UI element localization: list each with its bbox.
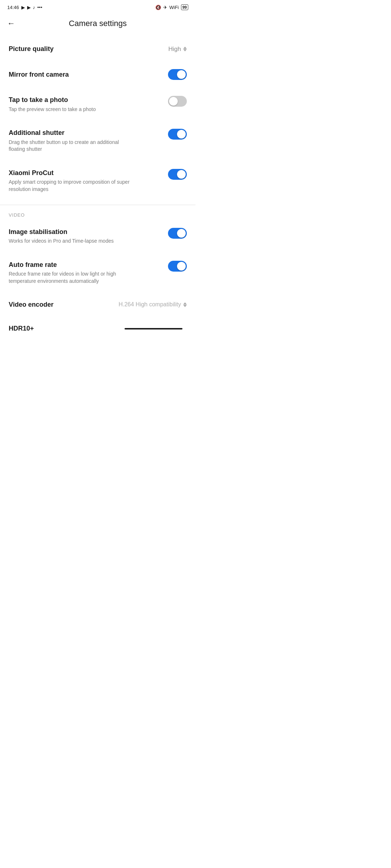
additional-shutter-row: Additional shutter Drag the shutter butt… — [9, 121, 187, 161]
status-left: 14:46 ▶ ▶ ♪ ••• — [7, 5, 42, 10]
tap-to-photo-toggle[interactable] — [168, 96, 187, 107]
play-icon-1: ▶ — [21, 5, 25, 10]
auto-frame-rate-text: Auto frame rate Reduce frame rate for vi… — [9, 261, 164, 285]
hdr-row: HDR10+ — [0, 317, 196, 332]
image-stabilisation-subtitle: Works for videos in Pro and Time-lapse m… — [9, 238, 132, 245]
video-settings-list: Image stabilisation Works for videos in … — [0, 220, 196, 317]
xiaomi-procut-subtitle: Apply smart cropping to improve composit… — [9, 179, 132, 193]
additional-shutter-text: Additional shutter Drag the shutter butt… — [9, 129, 164, 153]
page-title: Camera settings — [21, 19, 175, 28]
music-icon: ♪ — [33, 5, 35, 10]
video-encoder-label: Video encoder — [9, 301, 54, 309]
video-encoder-value: H.264 High compatibility — [118, 301, 181, 309]
image-stabilisation-label: Image stabilisation — [9, 228, 164, 236]
tap-to-photo-row: Tap to take a photo Tap the preview scre… — [9, 88, 187, 121]
xiaomi-procut-row: Xiaomi ProCut Apply smart cropping to im… — [9, 161, 187, 201]
picture-quality-label: Picture quality — [9, 45, 54, 53]
tap-to-photo-label: Tap to take a photo — [9, 96, 164, 104]
mirror-front-camera-row: Mirror front camera — [9, 61, 187, 88]
mirror-front-camera-toggle[interactable] — [168, 69, 187, 80]
mirror-front-camera-label: Mirror front camera — [9, 71, 69, 79]
airplane-icon: ✈ — [163, 5, 167, 10]
additional-shutter-subtitle: Drag the shutter button up to create an … — [9, 139, 132, 153]
auto-frame-rate-toggle[interactable] — [168, 261, 187, 272]
encoder-chevron-icon — [183, 302, 187, 307]
picture-quality-dropdown[interactable]: High — [168, 46, 187, 53]
hdr-bar — [125, 328, 182, 329]
auto-frame-rate-row: Auto frame rate Reduce frame rate for vi… — [9, 253, 187, 293]
status-bar: 14:46 ▶ ▶ ♪ ••• 🔇 ✈ WiFi 99 — [0, 0, 196, 13]
wifi-icon: WiFi — [169, 5, 179, 10]
additional-shutter-label: Additional shutter — [9, 129, 164, 137]
quality-chevron-icon — [183, 47, 187, 51]
picture-quality-row[interactable]: Picture quality High — [9, 37, 187, 61]
image-stabilisation-row: Image stabilisation Works for videos in … — [9, 220, 187, 253]
auto-frame-rate-subtitle: Reduce frame rate for videos in low ligh… — [9, 271, 132, 285]
xiaomi-procut-label: Xiaomi ProCut — [9, 169, 164, 177]
additional-shutter-toggle[interactable] — [168, 129, 187, 140]
tap-to-photo-subtitle: Tap the preview screen to take a photo — [9, 106, 132, 113]
image-stabilisation-text: Image stabilisation Works for videos in … — [9, 228, 164, 245]
battery-indicator: 99 — [181, 4, 188, 10]
hdr-label: HDR10+ — [9, 325, 34, 332]
image-stabilisation-toggle[interactable] — [168, 228, 187, 239]
tap-to-photo-text: Tap to take a photo Tap the preview scre… — [9, 96, 164, 113]
page-header: ← Camera settings — [0, 13, 196, 37]
play-icon-2: ▶ — [27, 5, 31, 10]
settings-list: Picture quality High Mirror front camera… — [0, 37, 196, 201]
back-button[interactable]: ← — [7, 20, 15, 27]
time-display: 14:46 — [7, 5, 19, 10]
video-section-label: VIDEO — [0, 205, 196, 220]
mute-icon: 🔇 — [155, 5, 161, 10]
picture-quality-value: High — [168, 46, 181, 53]
auto-frame-rate-label: Auto frame rate — [9, 261, 164, 269]
status-right: 🔇 ✈ WiFi 99 — [155, 4, 188, 10]
more-icon: ••• — [37, 5, 42, 10]
xiaomi-procut-toggle[interactable] — [168, 169, 187, 180]
xiaomi-procut-text: Xiaomi ProCut Apply smart cropping to im… — [9, 169, 164, 193]
video-encoder-dropdown[interactable]: H.264 High compatibility — [118, 301, 187, 309]
video-encoder-row[interactable]: Video encoder H.264 High compatibility — [9, 293, 187, 317]
